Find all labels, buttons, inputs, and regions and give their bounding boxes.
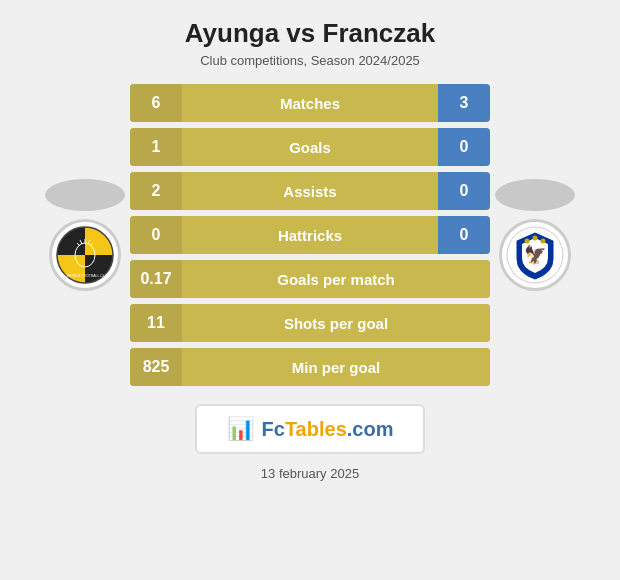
fctables-label: FcTables.com [262,418,394,441]
stat-left-min-per-goal: 825 [130,348,182,386]
team-right-logo: 🦅 [490,179,580,291]
stat-right-matches: 3 [438,84,490,122]
stat-row-hattricks: 0 Hattricks 0 [130,216,490,254]
stat-left-matches: 6 [130,84,182,122]
footer-date: 13 february 2025 [261,466,359,481]
stat-label-matches: Matches [182,84,438,122]
stat-row-assists: 2 Assists 0 [130,172,490,210]
stat-row-goals-per-match: 0.17 Goals per match [130,260,490,298]
stat-left-goals-per-match: 0.17 [130,260,182,298]
stat-right-hattricks: 0 [438,216,490,254]
team-right-badge: 🦅 [499,219,571,291]
stat-label-assists: Assists [182,172,438,210]
stat-left-shots-per-goal: 11 [130,304,182,342]
page-subtitle: Club competitions, Season 2024/2025 [200,53,420,68]
page-title: Ayunga vs Franczak [185,18,435,49]
stat-left-goals: 1 [130,128,182,166]
comparison-card: Ayunga vs Franczak Club competitions, Se… [0,0,620,580]
stat-right-assists: 0 [438,172,490,210]
stat-label-min-per-goal: Min per goal [182,348,490,386]
stat-row-min-per-goal: 825 Min per goal [130,348,490,386]
stat-label-shots-per-goal: Shots per goal [182,304,490,342]
main-content: ST. MIRREN FOOTBALL CLUB 6 Matches 3 [20,84,600,386]
stat-right-goals: 0 [438,128,490,166]
team-left-oval [45,179,125,211]
stjohnstone-badge-svg: 🦅 [505,225,565,285]
stat-row-shots-per-goal: 11 Shots per goal [130,304,490,342]
stat-row-goals: 1 Goals 0 [130,128,490,166]
mirren-badge-svg: ST. MIRREN FOOTBALL CLUB [55,225,115,285]
svg-point-13 [541,239,546,244]
stat-label-goals-per-match: Goals per match [182,260,490,298]
stat-row-matches: 6 Matches 3 [130,84,490,122]
team-left-logo: ST. MIRREN FOOTBALL CLUB [40,179,130,291]
stat-left-assists: 2 [130,172,182,210]
stat-label-goals: Goals [182,128,438,166]
stats-column: 6 Matches 3 1 Goals 0 2 Assists 0 0 Hatt… [130,84,490,386]
svg-point-12 [533,236,538,241]
svg-point-11 [525,239,530,244]
team-right-oval [495,179,575,211]
fctables-icon: 📊 [227,416,254,442]
svg-text:🦅: 🦅 [524,244,547,266]
svg-text:ST. MIRREN FOOTBALL CLUB: ST. MIRREN FOOTBALL CLUB [60,274,110,278]
stat-left-hattricks: 0 [130,216,182,254]
stat-label-hattricks: Hattricks [182,216,438,254]
team-left-badge: ST. MIRREN FOOTBALL CLUB [49,219,121,291]
fctables-banner[interactable]: 📊 FcTables.com [195,404,426,454]
